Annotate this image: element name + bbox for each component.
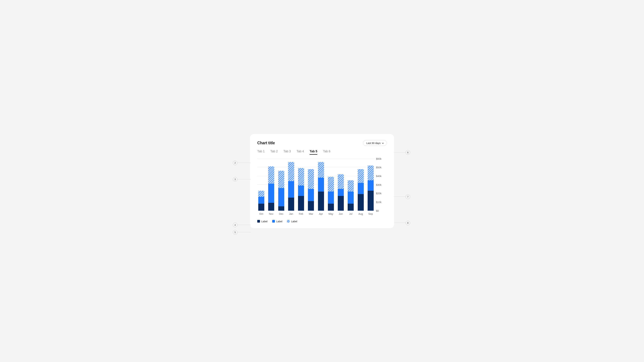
x-tick: May: [328, 212, 334, 215]
date-range-dropdown[interactable]: Last 90 days: [363, 140, 387, 146]
bar-segment-series-0: [308, 201, 314, 211]
bar-segment-series-0: [268, 203, 274, 211]
bar-slot: [298, 168, 304, 210]
y-tick: $40k: [376, 174, 382, 177]
chart-card: Chart title Last 90 days Tab 1Tab 2Tab 3…: [250, 134, 394, 228]
y-tick: $60k: [376, 157, 382, 160]
callout-connector: [238, 225, 250, 225]
callout-circle: 3: [233, 177, 238, 182]
bar-slot: [318, 162, 324, 210]
y-tick: $30k: [376, 183, 382, 186]
x-tick: Mar: [308, 212, 314, 215]
callout-connector: [394, 152, 406, 152]
callout-circle: 4: [233, 222, 238, 227]
plot: [257, 159, 375, 211]
x-tick: Oct: [258, 212, 264, 215]
bar-segment-series-2: [348, 180, 354, 192]
y-axis: $0$10k$20k$30k$40k$50k$60k: [376, 159, 387, 211]
callout-number: 6: [407, 151, 408, 154]
stacked-bar[interactable]: [308, 169, 314, 211]
callout-circle: 8: [406, 220, 410, 225]
bar-slot: [288, 162, 294, 210]
stacked-bar[interactable]: [348, 180, 354, 211]
chevron-down-icon: [382, 142, 384, 144]
bar-segment-series-2: [288, 162, 294, 181]
chart-title: Chart title: [257, 141, 275, 145]
bar-segment-series-1: [338, 189, 344, 196]
x-tick: Feb: [298, 212, 304, 215]
callout-circle: 5: [233, 230, 238, 235]
y-tick: $0: [376, 209, 379, 212]
stacked-bar[interactable]: [278, 171, 284, 211]
callout-circle: 2: [233, 160, 238, 165]
callout-number: 8: [407, 222, 408, 224]
x-tick: Sep: [368, 212, 374, 215]
bar-slot: [358, 169, 364, 211]
chart-area: OctNovDecJanFebMarAprMayJunJulAugSep $0$…: [257, 159, 387, 215]
callout-number: 4: [234, 224, 236, 226]
bar-segment-series-1: [308, 189, 314, 201]
callout-number: 7: [407, 196, 408, 198]
callout-connector: [394, 223, 406, 223]
stacked-bar[interactable]: [368, 166, 374, 211]
callout-number: 5: [234, 231, 236, 234]
bar-slot: [348, 180, 354, 211]
legend-item-1[interactable]: Label: [272, 220, 282, 223]
plot-column: OctNovDecJanFebMarAprMayJunJulAugSep: [257, 159, 375, 215]
bar-segment-series-0: [278, 206, 284, 211]
tab-6[interactable]: Tab 6: [323, 150, 330, 155]
legend-label: Label: [291, 220, 297, 223]
stacked-bar[interactable]: [288, 162, 294, 210]
legend-item-2[interactable]: Label: [287, 220, 297, 223]
tabs: Tab 1Tab 2Tab 3Tab 4Tab 5Tab 6: [257, 150, 387, 155]
tab-5[interactable]: Tab 5: [310, 150, 317, 155]
x-tick: Dec: [278, 212, 284, 215]
bar-segment-series-0: [368, 191, 374, 211]
callout-3: 3: [233, 177, 250, 182]
callout-7: 7: [394, 194, 410, 199]
legend-label: Label: [261, 220, 268, 223]
stacked-bar[interactable]: [298, 168, 304, 210]
y-tick: $20k: [376, 192, 382, 195]
bar-slot: [278, 171, 284, 211]
bar-slot: [328, 177, 334, 210]
bar-segment-series-2: [278, 171, 284, 188]
y-tick: $10k: [376, 200, 382, 203]
bar-segment-series-0: [358, 194, 364, 210]
x-tick: Jun: [338, 212, 344, 215]
legend: LabelLabelLabel: [257, 220, 387, 223]
callout-2: 2: [233, 160, 250, 165]
bar-segment-series-0: [348, 204, 354, 210]
callout-5: 5: [233, 230, 250, 235]
bar-segment-series-1: [258, 197, 264, 204]
bar-slot: [368, 166, 374, 211]
bar-segment-series-2: [368, 166, 374, 180]
bar-segment-series-0: [338, 196, 344, 211]
stacked-bar[interactable]: [318, 162, 324, 210]
legend-swatch-icon: [287, 220, 290, 222]
bar-segment-series-2: [318, 162, 324, 178]
bar-segment-series-2: [308, 169, 314, 189]
bar-slot: [308, 169, 314, 211]
stacked-bar[interactable]: [268, 166, 274, 210]
legend-swatch-icon: [257, 220, 260, 222]
legend-item-0[interactable]: Label: [257, 220, 268, 223]
stacked-bar[interactable]: [358, 169, 364, 211]
x-tick: Nov: [268, 212, 274, 215]
tab-1[interactable]: Tab 1: [257, 150, 265, 155]
tab-3[interactable]: Tab 3: [284, 150, 291, 155]
bar-segment-series-1: [288, 181, 294, 198]
tab-4[interactable]: Tab 4: [296, 150, 304, 155]
dropdown-label: Last 90 days: [366, 142, 380, 144]
y-tick: $50k: [376, 166, 382, 169]
stacked-bar[interactable]: [338, 174, 344, 211]
stacked-bar[interactable]: [328, 177, 334, 210]
bar-segment-series-2: [258, 191, 264, 197]
stacked-bar[interactable]: [258, 191, 264, 211]
tab-2[interactable]: Tab 2: [270, 150, 278, 155]
bars-container: [257, 159, 375, 211]
stage: 1 Chart title Last 90 days Tab 1Tab 2Tab…: [200, 134, 444, 228]
bar-slot: [258, 191, 264, 211]
bar-segment-series-2: [268, 166, 274, 184]
callout-8: 8: [394, 220, 410, 225]
